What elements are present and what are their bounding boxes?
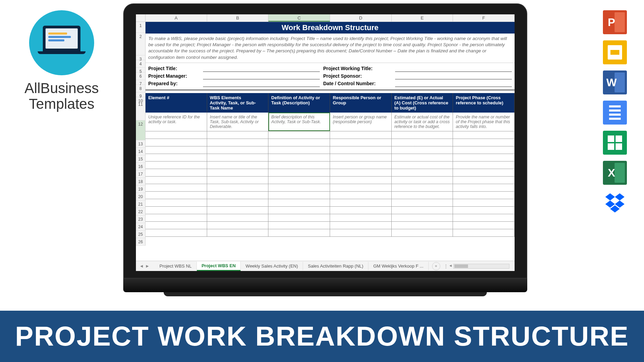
row-num-22[interactable]: 22 (136, 208, 145, 216)
label-project-working-title: Project Working Title: (323, 66, 392, 72)
hint-definition[interactable]: Brief description of this Activity, Task… (268, 113, 330, 131)
brand-name-line2: Templates (14, 96, 110, 112)
table-row[interactable] (146, 199, 515, 207)
row-num-2[interactable]: 2 (136, 33, 145, 55)
table-row[interactable] (146, 131, 515, 139)
row-num-26[interactable]: 26 (136, 238, 145, 246)
row-num-17[interactable]: 17 (136, 170, 145, 178)
col-header-a[interactable]: A (146, 14, 207, 22)
col-header-d[interactable]: D (330, 14, 392, 22)
label-prepared-by: Prepared by: (148, 81, 200, 87)
th-wbs-elements: WBS Elements Activity, Task, or Sub-Task… (207, 93, 269, 113)
wbs-table-header: Element # WBS Elements Activity, Task, o… (146, 93, 515, 113)
instructions-text: To make a WBS, please provide basic (pro… (146, 34, 515, 63)
input-project-manager[interactable] (203, 73, 320, 79)
row-num-13[interactable]: 13 (136, 140, 145, 148)
table-row[interactable] (146, 146, 515, 154)
hint-element[interactable]: Unique reference ID for the activity or … (146, 113, 207, 131)
table-row[interactable] (146, 222, 515, 229)
project-meta-grid: Project Title: Project Working Title: Pr… (146, 63, 515, 90)
table-row[interactable] (146, 169, 515, 177)
svg-marker-1 (615, 193, 624, 201)
row-num-8[interactable]: 8 (136, 85, 145, 92)
row-num-5[interactable]: 5 (136, 68, 145, 73)
col-header-f[interactable]: F (453, 14, 515, 22)
column-headers-row: A B C D E F (136, 14, 515, 22)
row-num-21[interactable]: 21 (136, 201, 145, 208)
col-header-b[interactable]: B (207, 14, 269, 22)
input-project-working-title[interactable] (395, 66, 512, 72)
input-date-control[interactable] (395, 81, 512, 87)
table-row[interactable] (146, 177, 515, 184)
sheet-tab-3[interactable]: Sales Activiteiten Rapp (NL) (303, 262, 368, 270)
tab-nav-next-icon[interactable]: ► (145, 263, 150, 269)
brand-logo-circle (29, 10, 94, 75)
sheet-tabs-bar: ◄ ► Project WBS NL Project WBS EN Weekly… (136, 261, 515, 271)
row-number-gutter: 1 2 3 4 5 6 7 8 9 10 11 12 13 14 15 16 1 (136, 22, 146, 246)
table-row[interactable] (146, 192, 515, 199)
row-num-18[interactable]: 18 (136, 178, 145, 185)
row-num-9[interactable]: 9 (136, 92, 145, 97)
row-num-12[interactable]: 12 (136, 120, 145, 140)
input-project-sponsor[interactable] (395, 73, 512, 79)
table-row[interactable] (146, 207, 515, 214)
dropbox-icon (603, 191, 627, 215)
laptop-icon (38, 26, 86, 60)
tab-nav-prev-icon[interactable]: ◄ (139, 263, 144, 269)
sheet-tab-0[interactable]: Project WBS NL (155, 262, 197, 270)
brand-logo-area: AllBusiness Templates (14, 10, 110, 112)
laptop-mockup: A B C D E F 1 2 3 4 5 6 7 8 9 10 (123, 3, 527, 296)
row-num-24[interactable]: 24 (136, 223, 145, 231)
tab-menu-dots-icon[interactable]: ⋮ (444, 263, 448, 269)
col-header-e[interactable]: E (392, 14, 453, 22)
horizontal-scrollbar[interactable] (453, 264, 509, 269)
laptop-bezel: A B C D E F 1 2 3 4 5 6 7 8 9 10 (123, 3, 527, 279)
row-num-1[interactable]: 1 (136, 22, 145, 33)
scrollbar-thumb[interactable] (454, 264, 468, 268)
row-num-16[interactable]: 16 (136, 163, 145, 170)
laptop-foot (164, 292, 487, 296)
table-row[interactable] (146, 161, 515, 169)
row-num-14[interactable]: 14 (136, 148, 145, 155)
row-num-6[interactable]: 6 (136, 73, 145, 80)
hint-cost[interactable]: Estimate or actual cost of the activity … (392, 113, 453, 131)
powerpoint-icon: P (603, 10, 627, 34)
row-num-10[interactable]: 10 (136, 97, 145, 101)
add-sheet-button[interactable]: + (432, 262, 440, 270)
hint-wbs-elements[interactable]: Insert name or title of the Task, Sub-ta… (207, 113, 269, 131)
label-project-sponsor: Project Sponsor: (323, 73, 392, 79)
excel-icon: X (603, 161, 627, 185)
col-header-c[interactable]: C (268, 14, 330, 22)
svg-marker-0 (605, 193, 615, 201)
google-slides-icon (603, 40, 627, 64)
row-num-20[interactable]: 20 (136, 193, 145, 201)
th-element: Element # (146, 93, 207, 113)
select-all-corner[interactable] (136, 14, 146, 22)
table-row[interactable] (146, 229, 515, 237)
wbs-empty-rows (146, 131, 515, 237)
label-project-title: Project Title: (148, 66, 200, 72)
label-project-manager: Project Manager: (148, 73, 200, 79)
sheet-tab-2[interactable]: Weekly Sales Activity (EN) (241, 262, 303, 270)
hint-phase[interactable]: Provide the name or number of the Projec… (453, 113, 515, 131)
row-num-11[interactable]: 11 (136, 101, 145, 120)
table-row[interactable] (146, 154, 515, 161)
row-num-15[interactable]: 15 (136, 155, 145, 163)
table-row[interactable] (146, 214, 515, 222)
th-cost: Estimated (E) or Actual (A) Cost (Cross … (392, 93, 453, 113)
row-num-7[interactable]: 7 (136, 80, 145, 85)
row-num-23[interactable]: 23 (136, 216, 145, 223)
tab-nav-arrows[interactable]: ◄ ► (139, 263, 150, 269)
row-num-19[interactable]: 19 (136, 185, 145, 193)
sheet-tab-4[interactable]: GM Wekljks Verkoop F ... (368, 262, 428, 270)
table-row[interactable] (146, 184, 515, 192)
row-num-3[interactable]: 3 (136, 55, 145, 60)
input-project-title[interactable] (203, 66, 320, 72)
sheet-tab-1[interactable]: Project WBS EN (197, 261, 241, 271)
row-num-25[interactable]: 25 (136, 231, 145, 238)
row-num-4[interactable]: 4 (136, 60, 145, 68)
hint-responsible[interactable]: Insert person or group name (responsible… (330, 113, 392, 131)
table-row[interactable] (146, 139, 515, 146)
word-icon: W (603, 70, 627, 94)
input-prepared-by[interactable] (203, 81, 320, 87)
